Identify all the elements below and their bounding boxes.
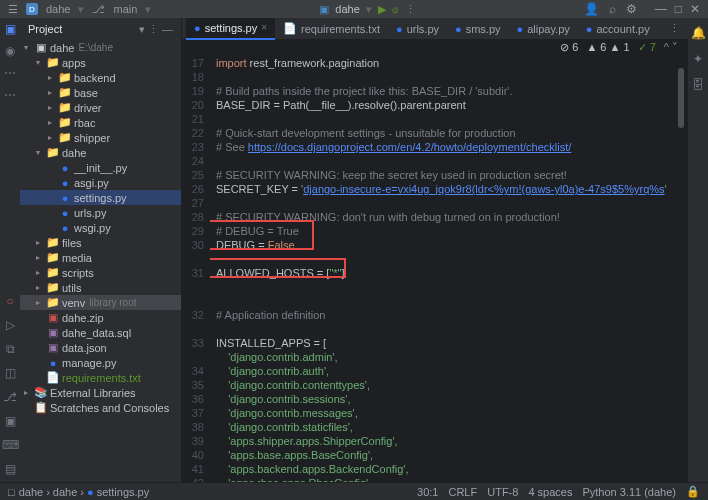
tree-folder[interactable]: ▾📁dahe: [20, 145, 181, 160]
scrollbar[interactable]: [678, 54, 686, 482]
encoding[interactable]: UTF-8: [487, 486, 518, 498]
minimize-icon[interactable]: —: [655, 2, 667, 16]
titlebar: ☰ D dahe ▾ ⎇ main ▾ ▣ dahe ▾ ▶ ⌾ ⋮ 👤 ⌕ ⚙…: [0, 0, 708, 18]
run-target-icon: ▣: [319, 3, 329, 16]
check-count[interactable]: ✓ 7: [638, 41, 656, 54]
error-count[interactable]: ⊘ 6: [560, 41, 578, 54]
tab-sms[interactable]: ●sms.py: [447, 18, 509, 40]
tree-external-libs[interactable]: ▸📚External Libraries: [20, 385, 181, 400]
editor-tabs: ●settings.py× 📄requirements.txt ●urls.py…: [182, 18, 688, 40]
project-name[interactable]: dahe: [46, 3, 70, 15]
tree-folder[interactable]: ▸📁utils: [20, 280, 181, 295]
tree-folder[interactable]: ▸📁driver: [20, 100, 181, 115]
version-control-icon[interactable]: ⎇: [3, 390, 17, 404]
python-console-icon[interactable]: ⧉: [6, 342, 15, 356]
tree-folder[interactable]: ▸📁base: [20, 85, 181, 100]
tree-folder[interactable]: ▸📁media: [20, 250, 181, 265]
problems-icon[interactable]: ▣: [5, 414, 16, 428]
line-gutter: 1718192021222324252627282930313233343536…: [182, 54, 210, 482]
tree-folder[interactable]: ▸📁backend: [20, 70, 181, 85]
terminal2-icon[interactable]: ⌨: [2, 438, 19, 452]
run-tool-icon[interactable]: ▷: [6, 318, 15, 332]
tree-file[interactable]: ▣data.json: [20, 340, 181, 355]
run-icon[interactable]: ▶: [378, 3, 386, 16]
tree-file[interactable]: ▣dahe.zip: [20, 310, 181, 325]
close-icon[interactable]: ✕: [690, 2, 700, 16]
tree-file[interactable]: ●manage.py: [20, 355, 181, 370]
tree-file[interactable]: ●wsgi.py: [20, 220, 181, 235]
tree-folder[interactable]: ▸📁rbac: [20, 115, 181, 130]
line-ending[interactable]: CRLF: [448, 486, 477, 498]
more-tool-icon[interactable]: ⋯: [4, 88, 16, 102]
sidebar-title: Project: [28, 23, 62, 35]
lock-icon[interactable]: 🔒: [686, 485, 700, 498]
right-tool-rail: 🔔 ✦ 🗄: [688, 18, 708, 482]
close-tab-icon[interactable]: ×: [261, 22, 267, 33]
tree-file[interactable]: ▣dahe_data.sql: [20, 325, 181, 340]
tree-folder[interactable]: ▸📁shipper: [20, 130, 181, 145]
cursor-position[interactable]: 30:1: [417, 486, 438, 498]
more-icon[interactable]: ⋮: [405, 3, 416, 16]
services-icon[interactable]: ◫: [5, 366, 16, 380]
statusbar: □ dahe › dahe › ● settings.py 30:1 CRLF …: [0, 482, 708, 500]
tree-file[interactable]: ●__init__.py: [20, 160, 181, 175]
tree-file[interactable]: ●asgi.py: [20, 175, 181, 190]
code-editor[interactable]: 1718192021222324252627282930313233343536…: [182, 54, 688, 482]
maximize-icon[interactable]: □: [675, 2, 682, 16]
menu-icon[interactable]: ☰: [8, 3, 18, 16]
file-tree[interactable]: ▾▣daheE:\dahe ▾📁apps ▸📁backend ▸📁base ▸📁…: [20, 40, 181, 482]
left-bottom-tools: ○ ▷ ⧉ ◫ ⎇ ▣ ⌨ ▤: [0, 294, 20, 482]
project-icon[interactable]: D: [26, 3, 38, 15]
commit-tool-icon[interactable]: ◉: [5, 44, 15, 58]
warning-count[interactable]: ▲ 6 ▲ 1: [586, 41, 629, 53]
database-icon[interactable]: 🗄: [692, 78, 704, 92]
debug-icon[interactable]: ⌾: [392, 3, 399, 15]
tab-requirements[interactable]: 📄requirements.txt: [275, 18, 388, 40]
tree-scratches[interactable]: 📋Scratches and Consoles: [20, 400, 181, 415]
tree-file[interactable]: 📄requirements.txt: [20, 370, 181, 385]
tab-alipay[interactable]: ●alipay.py: [509, 18, 578, 40]
project-sidebar: Project ▾ ⋮ — ▾▣daheE:\dahe ▾📁apps ▸📁bac…: [20, 18, 182, 482]
ai-icon[interactable]: ✦: [693, 52, 703, 66]
tree-folder-venv[interactable]: ▸📁venvlibrary root: [20, 295, 181, 310]
indent[interactable]: 4 spaces: [528, 486, 572, 498]
tree-file-settings[interactable]: ●settings.py: [20, 190, 181, 205]
tree-file[interactable]: ●urls.py: [20, 205, 181, 220]
tree-folder[interactable]: ▾📁apps: [20, 55, 181, 70]
tabs-more-icon[interactable]: ⋮: [669, 22, 680, 35]
code-content[interactable]: import rest_framework.pagination # Build…: [210, 54, 688, 482]
project-tool-icon[interactable]: ▣: [5, 22, 16, 36]
todo-icon[interactable]: ▤: [5, 462, 16, 476]
tab-settings[interactable]: ●settings.py×: [186, 18, 275, 40]
search-icon[interactable]: ⌕: [609, 2, 616, 16]
breadcrumb[interactable]: dahe › dahe › ● settings.py: [19, 486, 150, 498]
code-with-me-icon[interactable]: 👤: [584, 2, 599, 16]
settings-icon[interactable]: ⚙: [626, 2, 637, 16]
vcs-branch-icon[interactable]: ⎇: [92, 3, 105, 16]
structure-tool-icon[interactable]: ⋯: [4, 66, 16, 80]
run-target[interactable]: dahe: [335, 3, 359, 15]
terminal-icon[interactable]: ○: [6, 294, 13, 308]
editor-area: ●settings.py× 📄requirements.txt ●urls.py…: [182, 18, 688, 482]
tab-urls[interactable]: ●urls.py: [388, 18, 447, 40]
tab-account[interactable]: ●account.py: [578, 18, 658, 40]
tree-folder[interactable]: ▸📁scripts: [20, 265, 181, 280]
interpreter[interactable]: Python 3.11 (dahe): [582, 486, 676, 498]
notifications-icon[interactable]: 🔔: [691, 26, 706, 40]
branch-name[interactable]: main: [113, 3, 137, 15]
tree-folder[interactable]: ▸📁files: [20, 235, 181, 250]
tree-root[interactable]: ▾▣daheE:\dahe: [20, 40, 181, 55]
